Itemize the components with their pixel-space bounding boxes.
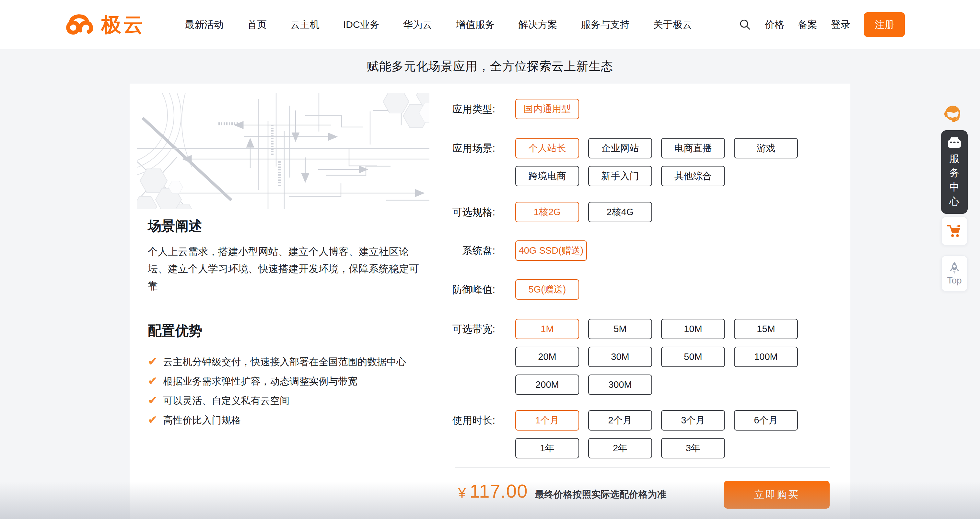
- brand-cloud-icon: [65, 12, 95, 37]
- top-navbar: 极云 最新活动首页云主机IDC业务华为云增值服务解决方案服务与支持关于极云 价格…: [0, 0, 980, 49]
- config-group: 应用场景: 个人站长 企业网站 电商直播 游戏 跨境电商 新手入门: [443, 138, 800, 186]
- config-options: 个人站长 企业网站 电商直播 游戏 跨境电商 新手入门 其他综合: [515, 138, 800, 186]
- service-center-char: 心: [950, 194, 959, 209]
- advantage-text: 可以灵活、自定义私有云空间: [163, 395, 290, 406]
- config-option-button[interactable]: 40G SSD(赠送): [515, 240, 587, 261]
- config-label: 使用时长:: [443, 410, 495, 459]
- config-option-button[interactable]: 30M: [588, 347, 652, 367]
- config-option-button[interactable]: 5G(赠送): [515, 279, 579, 300]
- config-option-button[interactable]: 游戏: [734, 138, 798, 159]
- search-icon[interactable]: [739, 19, 751, 31]
- config-option-button[interactable]: 2个月: [588, 410, 652, 430]
- config-options: 国内通用型: [515, 99, 800, 119]
- nav-item[interactable]: 服务与支持: [581, 18, 630, 32]
- banner-subtitle: 赋能多元化场景应用，全方位探索云上新生态: [0, 49, 980, 84]
- config-option-button[interactable]: 15M: [734, 319, 798, 339]
- config-options: 1个月 2个月 3个月 6个月 1年 2年 3年: [515, 410, 800, 459]
- nav-item[interactable]: 首页: [247, 18, 267, 32]
- nav-item[interactable]: 云主机: [290, 18, 320, 32]
- nav-item[interactable]: 华为云: [403, 18, 432, 32]
- config-options: 5G(赠送): [515, 279, 800, 300]
- config-label: 系统盘:: [443, 240, 495, 261]
- price-note: 最终价格按照实际选配价格为准: [535, 488, 666, 501]
- advantage-item: ✔ 高性价比入门规格: [148, 415, 406, 426]
- config-option-button[interactable]: 1核2G: [515, 202, 579, 222]
- back-to-top-button[interactable]: Top: [941, 255, 968, 292]
- nav-item[interactable]: 最新活动: [185, 18, 224, 32]
- config-option-button[interactable]: 3个月: [661, 410, 725, 430]
- config-group: 使用时长: 1个月 2个月 3个月 6个月 1年 2年: [443, 410, 800, 459]
- config-option-button[interactable]: 20M: [515, 347, 579, 367]
- config-group: 系统盘: 40G SSD(赠送): [443, 240, 800, 261]
- config-group: 防御峰值: 5G(赠送): [443, 279, 800, 300]
- config-option-button[interactable]: 5M: [588, 319, 652, 339]
- check-icon: ✔: [148, 415, 158, 425]
- config-options: 1核2G 2核4G: [515, 202, 800, 222]
- main-nav: 最新活动首页云主机IDC业务华为云增值服务解决方案服务与支持关于极云: [185, 18, 692, 32]
- config-option-button[interactable]: 个人站长: [515, 138, 579, 159]
- advantages-title: 配置优势: [148, 322, 202, 340]
- advantage-text: 云主机分钟级交付，快速接入部署在全国范围的数据中心: [163, 356, 406, 367]
- scene-title: 场景阐述: [148, 217, 202, 235]
- config-option-button[interactable]: 1年: [515, 438, 579, 459]
- config-options: 1M 5M 10M 15M 20M 30M 50M 100M: [515, 319, 800, 395]
- rocket-icon: [948, 262, 961, 275]
- service-center-label: 服务中心: [950, 152, 959, 209]
- header-link[interactable]: 价格: [765, 18, 784, 32]
- service-center-char: 中: [950, 180, 959, 194]
- advantage-item: ✔ 云主机分钟级交付，快速接入部署在全国范围的数据中心: [148, 356, 406, 367]
- header-right: 价格备案登录 注册: [739, 12, 905, 37]
- price-divider: [455, 468, 830, 468]
- advantage-item: ✔ 根据业务需求弹性扩容，动态调整实例与带宽: [148, 376, 406, 387]
- config-options: 40G SSD(赠送): [515, 240, 800, 261]
- config-option-button[interactable]: 1M: [515, 319, 579, 339]
- nav-item[interactable]: 关于极云: [653, 18, 692, 32]
- header-links: 价格备案登录: [765, 18, 850, 32]
- advantage-item: ✔ 可以灵活、自定义私有云空间: [148, 395, 406, 406]
- config-option-button[interactable]: 2核4G: [588, 202, 652, 222]
- config-option-button[interactable]: 新手入门: [588, 166, 652, 186]
- nav-item[interactable]: IDC业务: [343, 18, 380, 32]
- nav-item[interactable]: 解决方案: [519, 18, 557, 32]
- config-option-button[interactable]: 2年: [588, 438, 652, 459]
- service-center-panel[interactable]: 服务中心: [941, 130, 968, 214]
- config-option-button[interactable]: 跨境电商: [515, 166, 579, 186]
- check-icon: ✔: [148, 376, 158, 386]
- config-option-button[interactable]: 10M: [661, 319, 725, 339]
- config-option-button[interactable]: 电商直播: [661, 138, 725, 159]
- cart-button[interactable]: [941, 216, 968, 246]
- currency-symbol: ¥: [458, 485, 466, 501]
- brand-logo[interactable]: 极云: [65, 12, 145, 37]
- config-option-button[interactable]: 300M: [588, 375, 652, 395]
- config-option-button[interactable]: 200M: [515, 375, 579, 395]
- nav-item[interactable]: 增值服务: [456, 18, 495, 32]
- brand-name: 极云: [101, 14, 145, 35]
- config-option-button[interactable]: 1个月: [515, 410, 579, 430]
- advantage-text: 根据业务需求弹性扩容，动态调整实例与带宽: [163, 376, 358, 387]
- config-label: 可选带宽:: [443, 319, 495, 395]
- config-option-button[interactable]: 国内通用型: [515, 99, 579, 119]
- config-label: 应用类型:: [443, 99, 495, 119]
- register-button[interactable]: 注册: [864, 12, 905, 37]
- header-link[interactable]: 备案: [798, 18, 817, 32]
- config-label: 防御峰值:: [443, 279, 495, 300]
- product-card: 场景阐述 个人上云需求，搭建小型网站、建立个人博客、建立社区论坛、建立个人学习环…: [130, 84, 850, 519]
- config-option-button[interactable]: 6个月: [734, 410, 798, 430]
- config-label: 可选规格:: [443, 202, 495, 222]
- config-option-button[interactable]: 50M: [661, 347, 725, 367]
- customer-service-icon[interactable]: [943, 104, 963, 122]
- cart-icon: [947, 224, 962, 238]
- buy-now-button[interactable]: 立即购买: [724, 481, 830, 509]
- config-option-button[interactable]: 100M: [734, 347, 798, 367]
- price-amount: 117.00: [469, 480, 528, 502]
- service-center-char: 务: [950, 166, 959, 180]
- config-option-button[interactable]: 3年: [661, 438, 725, 459]
- advantage-text: 高性价比入门规格: [163, 415, 241, 426]
- check-icon: ✔: [148, 356, 158, 367]
- config-option-button[interactable]: 企业网站: [588, 138, 652, 159]
- config-option-button[interactable]: 其他综合: [661, 166, 725, 186]
- config-group: 应用类型: 国内通用型: [443, 99, 800, 119]
- service-center-char: 服: [950, 152, 959, 166]
- header-link[interactable]: 登录: [831, 18, 850, 32]
- top-label: Top: [947, 276, 961, 286]
